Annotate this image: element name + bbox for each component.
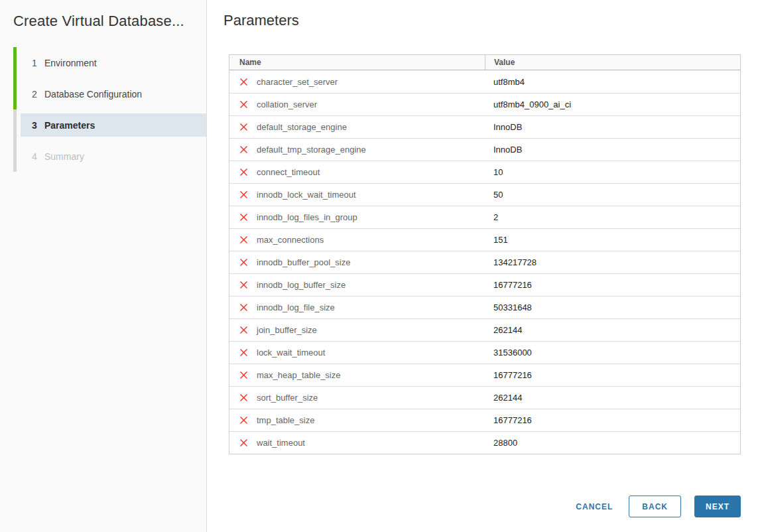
table-row: innodb_log_file_size 50331648 [229,296,740,318]
x-icon [239,100,248,109]
parameter-value: 50331648 [485,302,740,312]
parameter-value: InnoDB [485,145,740,155]
parameter-name: lock_wait_timeout [257,348,325,358]
step-summary: 4 Summary [13,141,206,172]
parameter-value: 16777216 [485,370,740,380]
x-icon [239,190,248,199]
parameter-value: 10 [485,167,740,177]
table-row: collation_server utf8mb4_0900_ai_ci [229,93,740,115]
remove-parameter-button[interactable] [239,371,248,379]
remove-parameter-button[interactable] [239,235,248,244]
step-label: Database Configuration [44,89,142,100]
table-row: connect_timeout 10 [229,161,740,183]
step-label: Environment [44,58,97,68]
x-icon [239,393,248,402]
parameter-name: collation_server [257,100,317,109]
table-row: max_connections 151 [229,228,740,251]
parameter-name: character_set_server [257,77,338,87]
parameter-name: innodb_lock_wait_timeout [257,190,356,200]
step-progress-bar [13,141,17,172]
table-row: innodb_buffer_pool_size 134217728 [229,251,740,273]
wizard-sidebar: Create Virtual Database... 1 Environment… [0,0,207,532]
wizard-footer: CANCEL BACK NEXT [223,496,741,531]
table-row: lock_wait_timeout 31536000 [229,341,740,364]
x-icon [239,123,248,131]
step-label: Summary [44,151,84,162]
x-icon [239,235,248,244]
next-button[interactable]: NEXT [694,496,741,517]
parameter-value: utf8mb4_0900_ai_ci [485,100,740,109]
remove-parameter-button[interactable] [239,326,248,334]
x-icon [239,371,248,379]
remove-parameter-button[interactable] [239,123,248,131]
column-header-name: Name [229,55,485,70]
step-number: 3 [32,120,44,131]
remove-parameter-button[interactable] [239,100,248,109]
x-icon [239,438,248,447]
parameter-value: 16777216 [485,415,740,425]
parameter-value: 151 [485,235,740,245]
wizard-dialog: Create Virtual Database... 1 Environment… [0,0,762,532]
page-title: Parameters [223,12,741,29]
remove-parameter-button[interactable] [239,168,248,176]
cancel-button[interactable]: CANCEL [573,496,615,517]
step-number: 4 [32,151,44,162]
parameter-name: sort_buffer_size [257,393,318,403]
table-row: tmp_table_size 16777216 [229,409,740,431]
parameter-value: utf8mb4 [485,77,740,87]
wizard-title: Create Virtual Database... [13,13,206,30]
parameter-value: 50 [485,190,740,200]
parameters-table-body: character_set_server utf8mb4 collation_s… [229,70,740,454]
step-parameters[interactable]: 3 Parameters [13,109,206,141]
parameter-name: innodb_log_buffer_size [257,280,346,290]
step-label: Parameters [44,120,95,131]
x-icon [239,281,248,289]
remove-parameter-button[interactable] [239,393,248,402]
step-progress-bar [13,78,17,109]
step-number: 2 [32,89,44,100]
parameter-value: 262144 [485,393,740,403]
remove-parameter-button[interactable] [239,213,248,222]
column-header-value: Value [485,55,740,70]
parameter-name: join_buffer_size [257,325,317,335]
step-progress-bar [13,47,17,78]
parameter-name: connect_timeout [257,167,320,177]
step-environment[interactable]: 1 Environment [13,47,206,78]
parameter-value: 134217728 [485,257,740,267]
parameter-value: 262144 [485,325,740,335]
parameter-name: max_connections [257,235,324,245]
back-button[interactable]: BACK [629,496,681,517]
table-row: default_tmp_storage_engine InnoDB [229,138,740,161]
parameter-name: innodb_log_files_in_group [257,212,357,222]
remove-parameter-button[interactable] [239,303,248,312]
table-row: character_set_server utf8mb4 [229,70,740,93]
x-icon [239,416,248,425]
remove-parameter-button[interactable] [239,190,248,199]
remove-parameter-button[interactable] [239,348,248,357]
parameter-name: innodb_buffer_pool_size [257,257,350,267]
remove-parameter-button[interactable] [239,416,248,425]
remove-parameter-button[interactable] [239,438,248,447]
x-icon [239,168,248,176]
table-row: innodb_log_files_in_group 2 [229,206,740,228]
parameter-name: innodb_log_file_size [257,302,335,312]
step-database-configuration[interactable]: 2 Database Configuration [13,78,206,109]
parameter-name: default_tmp_storage_engine [257,145,366,155]
remove-parameter-button[interactable] [239,145,248,154]
x-icon [239,348,248,357]
table-row: innodb_log_buffer_size 16777216 [229,273,740,296]
step-progress-bar [13,109,17,141]
parameter-name: max_heap_table_size [257,370,340,380]
x-icon [239,326,248,334]
parameter-value: 16777216 [485,280,740,290]
parameter-name: default_storage_engine [257,122,347,132]
remove-parameter-button[interactable] [239,78,248,86]
x-icon [239,303,248,312]
table-row: innodb_lock_wait_timeout 50 [229,183,740,206]
parameter-value: 31536000 [485,348,740,358]
remove-parameter-button[interactable] [239,281,248,289]
parameters-table: Name Value character_set_server utf8mb4 [229,54,741,454]
parameter-name: tmp_table_size [257,415,314,425]
step-number: 1 [32,58,44,68]
remove-parameter-button[interactable] [239,258,248,267]
